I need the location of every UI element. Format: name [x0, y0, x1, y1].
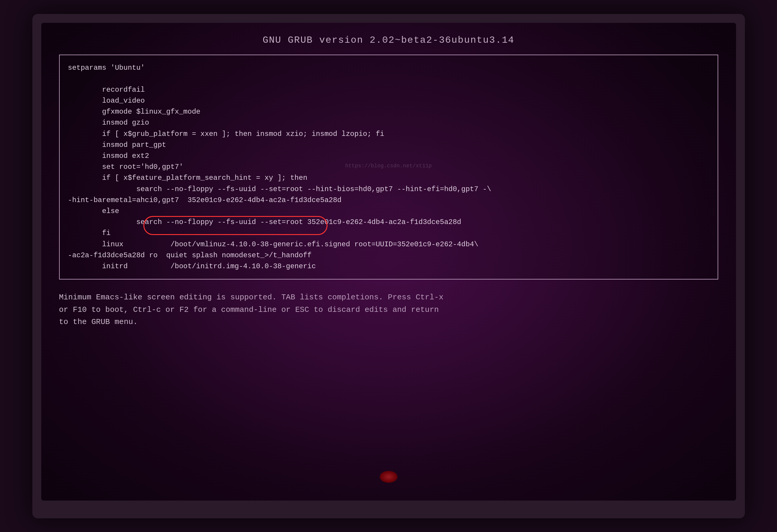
bottom-line-0: Minimum Emacs-like screen editing is sup… — [59, 291, 718, 304]
code-line-6: if [ x$grub_platform = xxen ]; then insm… — [68, 128, 709, 139]
code-line-8: insmod ext2 — [68, 150, 709, 161]
screen: GNU GRUB version 2.02~beta2-36ubuntu3.14… — [41, 23, 736, 501]
code-line-15: fi — [68, 228, 709, 239]
code-line-1 — [68, 73, 709, 84]
code-line-2: recordfail — [68, 84, 709, 95]
laptop-frame: GNU GRUB version 2.02~beta2-36ubuntu3.14… — [32, 14, 745, 518]
code-line-18: initrd /boot/initrd.img-4.10.0-38-generi… — [68, 261, 709, 272]
red-dot — [380, 471, 398, 483]
code-line-10: if [ x$feature_platform_search_hint = xy… — [68, 172, 709, 183]
code-line-3: load_video — [68, 95, 709, 106]
bottom-line-2: to the GRUB menu. — [59, 316, 718, 328]
code-line-0: setparams 'Ubuntu' — [68, 62, 709, 73]
code-line-13: else — [68, 206, 709, 217]
code-line-5: insmod gzio — [68, 117, 709, 128]
code-line-11: search --no-floppy --fs-uuid --set=root … — [68, 184, 709, 194]
code-line-12: -hint-baremetal=ahci0,gpt7 352e01c9-e262… — [68, 194, 709, 206]
bottom-line-1: or F10 to boot, Ctrl-c or F2 for a comma… — [59, 304, 718, 316]
code-box: setparams 'Ubuntu' recordfail load_video… — [59, 54, 718, 280]
code-line-4: gfxmode $linux_gfx_mode — [68, 106, 709, 117]
code-line-7: insmod part_gpt — [68, 139, 709, 150]
grub-title: GNU GRUB version 2.02~beta2-36ubuntu3.14 — [262, 35, 514, 46]
code-line-9: set root='hd0,gpt7' — [68, 161, 709, 172]
code-line-16: linux /boot/vmlinuz-4.10.0-38-generic.ef… — [68, 239, 709, 250]
bottom-text: Minimum Emacs-like screen editing is sup… — [59, 291, 718, 328]
code-line-17: -ac2a-f1d3dce5a28d ro quiet splash nomod… — [68, 250, 709, 261]
code-line-14: search --no-floppy --fs-uuid --set=root … — [68, 217, 709, 228]
